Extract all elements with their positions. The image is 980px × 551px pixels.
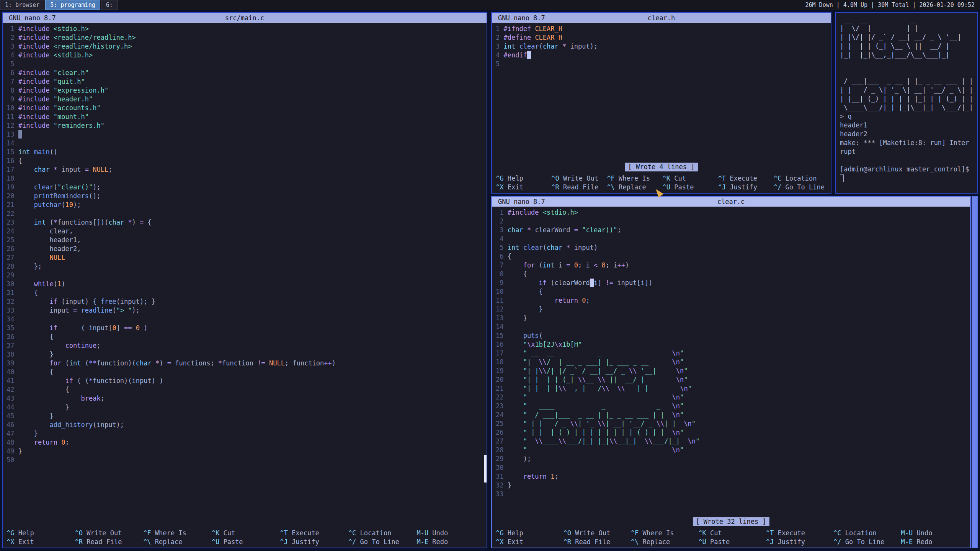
code-line[interactable]: 21 putchar(10); (7, 201, 487, 209)
code-line[interactable]: 31 { (7, 289, 487, 297)
nano-shortcut[interactable]: ^G Help (496, 529, 563, 538)
code-line[interactable]: 33 (496, 490, 970, 499)
code-line[interactable]: 6{ (496, 252, 970, 261)
code-line[interactable]: 8#include "expression.h" (7, 86, 487, 95)
code-line[interactable]: 31 return 1; (496, 472, 970, 481)
nano-shortcut[interactable]: ^C Location (348, 529, 417, 538)
code-line[interactable]: 34 (7, 315, 487, 324)
nano-shortcut[interactable]: ^T Execute (280, 529, 348, 538)
code-line[interactable]: 12 } (496, 305, 970, 314)
code-line[interactable]: 15 puts( (496, 331, 970, 340)
code-line[interactable]: 45 } (7, 412, 487, 421)
nano-shortcut[interactable]: M-E Redo (901, 538, 969, 546)
code-area[interactable]: 1#include <stdio.h>2#include <readline/r… (3, 23, 487, 465)
code-line[interactable]: 23 int (*functions[])(char *) = { (7, 218, 487, 227)
code-line[interactable]: 1#include <stdio.h> (496, 208, 970, 217)
code-line[interactable]: 12#include "reminders.h" (7, 121, 487, 130)
code-line[interactable]: 30 (496, 463, 970, 472)
code-line[interactable]: 3int clear(char * input); (496, 42, 831, 51)
code-line[interactable]: 17 char * input = NULL; (7, 165, 487, 174)
workspace-button-6[interactable]: 6: (101, 0, 118, 10)
code-line[interactable]: 43 break; (7, 394, 487, 403)
nano-shortcut[interactable]: ^O Write Out (75, 529, 144, 538)
nano-shortcut[interactable]: ^R Read File (551, 183, 607, 192)
workspace-button-5[interactable]: 5: programing (45, 0, 100, 10)
code-line[interactable]: 49} (7, 447, 487, 456)
code-line[interactable]: 13 } (496, 314, 970, 323)
code-line[interactable]: 1#ifndef CLEAR_H (496, 24, 831, 33)
code-line[interactable]: 5int clear(char * input) (496, 243, 970, 252)
nano-shortcut[interactable]: M-U Undo (416, 529, 485, 538)
nano-shortcut[interactable]: ^R Read File (563, 538, 630, 546)
nano-shortcut[interactable]: M-U Undo (901, 529, 969, 538)
code-line[interactable]: 27 NULL (7, 253, 487, 262)
code-line[interactable]: 4#include <stdlib.h> (7, 51, 487, 60)
workspace-button-1[interactable]: 1: browser (0, 0, 44, 10)
code-line[interactable]: 4#endif (496, 51, 831, 60)
code-line[interactable]: 25 " | | / _ \\| '_ \\| __| '__/ _ \\| |… (496, 419, 970, 428)
code-line[interactable]: 25 header1, (7, 236, 487, 245)
code-line[interactable]: 8 { (496, 270, 970, 279)
code-line[interactable]: 24 clear, (7, 227, 487, 236)
nano-shortcut[interactable]: ^T Execute (718, 174, 774, 183)
code-line[interactable]: 47 } (7, 429, 487, 438)
code-line[interactable]: 5 (7, 60, 487, 68)
code-line[interactable]: 22 " \n" (496, 393, 970, 402)
nano-shortcut[interactable]: M-E Redo (416, 538, 485, 546)
nano-shortcut[interactable]: ^/ Go To Line (774, 183, 829, 192)
code-line[interactable]: 7#include "quit.h" (7, 77, 487, 86)
code-line[interactable]: 28 }; (7, 262, 487, 271)
code-area[interactable]: 1#include <stdio.h>23char * clearWord = … (492, 207, 970, 499)
code-line[interactable]: 41 if ( (*function)(input) ) (7, 377, 487, 385)
code-line[interactable]: 20 printReminders(); (7, 192, 487, 201)
code-line[interactable]: 18 "| \\/ | __ _ ___| |_ ___ _ __ \n" (496, 358, 970, 367)
nano-shortcut[interactable]: ^U Paste (698, 538, 766, 546)
code-line[interactable]: 24 " / ___|___ _ __ | |_ _ __ ___ | | \n… (496, 411, 970, 419)
code-line[interactable]: 5 (496, 60, 831, 68)
code-line[interactable]: 22 (7, 209, 487, 218)
nano-shortcut[interactable]: ^\ Replace (143, 538, 212, 546)
code-line[interactable]: 9 if (clearWord[i] != input[i]) (496, 279, 970, 287)
nano-shortcut[interactable]: ^J Justify (718, 183, 774, 192)
code-line[interactable]: 7 for (int i = 0; i < 8; i++) (496, 261, 970, 270)
nano-shortcut[interactable]: ^K Cut (212, 529, 280, 538)
code-line[interactable]: 20 "| | | | (_| \\__ \\ || __/ | \n" (496, 375, 970, 384)
code-line[interactable]: 3char * clearWord = "clear()"; (496, 226, 970, 235)
nano-shortcut[interactable]: ^/ Go To Line (833, 538, 901, 546)
code-line[interactable]: 9#include "header.h" (7, 95, 487, 104)
code-line[interactable]: 1#include <stdio.h> (7, 24, 487, 33)
nano-shortcut[interactable]: ^U Paste (662, 183, 718, 192)
code-line[interactable]: 46 add_history(input); (7, 421, 487, 429)
code-line[interactable]: 14 (496, 323, 970, 331)
nano-shortcut[interactable]: ^G Help (496, 174, 551, 183)
nano-shortcut[interactable]: ^C Location (833, 529, 901, 538)
code-line[interactable]: 32 if (input) { free(input); } (7, 297, 487, 306)
code-line[interactable]: 10#include "accounts.h" (7, 104, 487, 112)
nano-shortcut[interactable]: ^R Read File (75, 538, 144, 546)
nano-shortcut[interactable]: ^X Exit (7, 538, 75, 546)
terminal-master-control[interactable]: __ __ _| \/ | __ _ ___| |_ ___ _ __| |\/… (835, 12, 978, 194)
code-line[interactable]: 16{ (7, 156, 487, 165)
code-line[interactable]: 10 { (496, 287, 970, 296)
nano-shortcut[interactable]: ^/ Go To Line (348, 538, 417, 546)
nano-shortcut[interactable]: ^O Write Out (551, 174, 607, 183)
nano-shortcut[interactable]: ^G Help (7, 529, 75, 538)
code-line[interactable]: 17 " __ __ _ \n" (496, 349, 970, 358)
nano-shortcut[interactable]: ^C Location (774, 174, 829, 183)
nano-shortcut[interactable]: ^J Justify (280, 538, 348, 546)
code-line[interactable]: 30 while(1) (7, 280, 487, 289)
code-line[interactable]: 38 } (7, 350, 487, 359)
code-line[interactable]: 48 return 0; (7, 438, 487, 447)
code-line[interactable]: 13 (7, 130, 487, 139)
code-line[interactable]: 37 continue; (7, 341, 487, 350)
code-line[interactable]: 29 (7, 271, 487, 280)
nano-shortcut[interactable]: ^\ Replace (631, 538, 698, 546)
code-line[interactable]: 14 (7, 139, 487, 148)
nano-shortcut[interactable]: ^F Where Is (631, 529, 698, 538)
code-line[interactable]: 18 (7, 174, 487, 183)
nano-shortcut[interactable]: ^T Execute (766, 529, 833, 538)
code-line[interactable]: 28 " \n" (496, 446, 970, 455)
code-line[interactable]: 2#define CLEAR_H (496, 33, 831, 42)
code-line[interactable]: 16 "\x1b[2J\x1b[H" (496, 340, 970, 349)
nano-shortcut[interactable]: ^J Justify (766, 538, 833, 546)
